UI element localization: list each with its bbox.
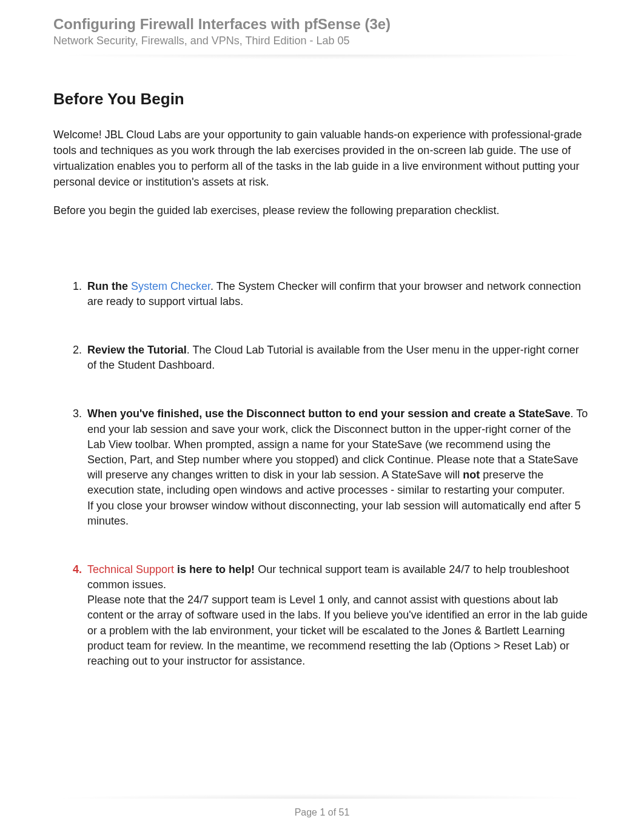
- document-title: Configuring Firewall Interfaces with pfS…: [53, 15, 591, 33]
- technical-support-link[interactable]: Technical Support: [87, 563, 174, 575]
- item-bold-prefix: Review the Tutorial: [87, 344, 187, 356]
- item-number: 4.: [73, 562, 82, 577]
- list-item: 3. When you've finished, use the Disconn…: [87, 406, 591, 529]
- intro-paragraph: Welcome! JBL Cloud Labs are your opportu…: [53, 127, 591, 190]
- item-para2: Please note that the 24/7 support team i…: [87, 594, 588, 667]
- document-subtitle: Network Security, Firewalls, and VPNs, T…: [53, 35, 591, 47]
- item-number: 2.: [73, 343, 82, 358]
- document-header: Configuring Firewall Interfaces with pfS…: [53, 15, 591, 47]
- item-para2: If you close your browser window without…: [87, 500, 580, 527]
- preparation-checklist: 1. Run the System Checker. The System Ch…: [53, 279, 591, 669]
- item-bold-prefix: Run the: [87, 280, 131, 292]
- checklist-intro: Before you begin the guided lab exercise…: [53, 203, 591, 218]
- item-number: 3.: [73, 406, 82, 421]
- item-number: 1.: [73, 279, 82, 294]
- page-number: Page 1 of 51: [0, 807, 644, 818]
- list-item: 1. Run the System Checker. The System Ch…: [87, 279, 591, 309]
- list-item: 4. Technical Support is here to help! Ou…: [87, 562, 591, 669]
- item-bold-prefix: When you've finished, use the Disconnect…: [87, 407, 570, 420]
- section-heading: Before You Begin: [53, 90, 591, 109]
- system-checker-link[interactable]: System Checker: [131, 280, 210, 292]
- item-bold-after-link: is here to help!: [174, 563, 255, 575]
- page-container: Configuring Firewall Interfaces with pfS…: [0, 0, 644, 669]
- item-bold-not: not: [463, 469, 480, 481]
- list-item: 2. Review the Tutorial. The Cloud Lab Tu…: [87, 343, 591, 373]
- footer-divider: [53, 794, 591, 799]
- header-divider: [53, 55, 591, 59]
